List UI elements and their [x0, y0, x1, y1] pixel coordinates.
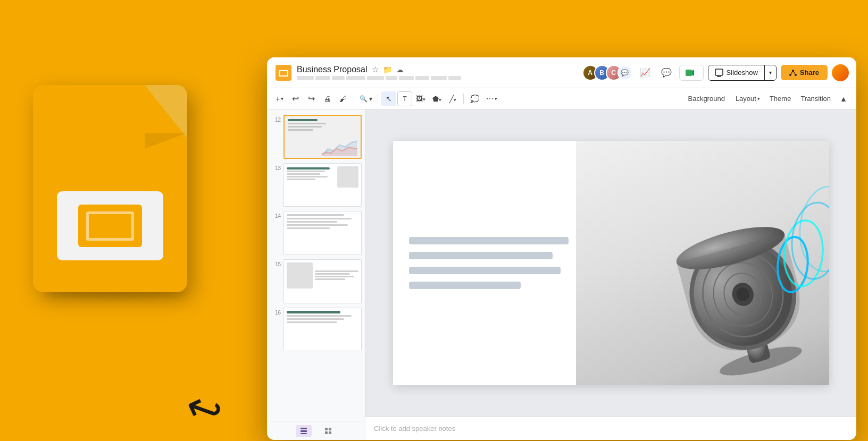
transition-button[interactable]: Transition — [796, 92, 835, 105]
slide-line-1 — [409, 237, 569, 244]
toolbar-separator-1 — [354, 94, 354, 104]
slide-thumbnail-14[interactable] — [283, 211, 362, 255]
comment-button[interactable]: 💬 — [658, 64, 675, 81]
slide-thumb-14[interactable]: 14 — [267, 209, 365, 257]
slide-number-16: 16 — [270, 308, 281, 316]
svg-rect-17 — [325, 428, 328, 430]
slideshow-dropdown-button[interactable]: ▾ — [764, 65, 776, 80]
slide-thumb-15[interactable]: 15 — [267, 257, 365, 306]
grid-view-tab[interactable] — [320, 425, 336, 437]
speaker-notes-bar[interactable]: Click to add speaker notes — [365, 417, 856, 440]
speaker-notes-text: Click to add speaker notes — [374, 425, 455, 432]
doc-title: Business Proposal — [297, 65, 368, 74]
layout-label: Layout — [736, 95, 756, 103]
collapse-toolbar-button[interactable]: ▲ — [836, 91, 851, 106]
svg-rect-14 — [301, 428, 307, 429]
slide-thumb-16[interactable]: 16 — [267, 306, 365, 354]
toolbar-separator-3 — [463, 94, 464, 104]
slides-panel-wrapper: 12 — [267, 109, 365, 440]
svg-line-10 — [790, 71, 793, 75]
background-button[interactable]: Background — [682, 92, 730, 105]
app-window: Business Proposal ☆ 📁 ☁ A — [267, 57, 856, 440]
avatars-group: A B C 💬 — [582, 65, 632, 81]
slides-logo — [274, 64, 293, 82]
image-tool[interactable]: 🖼▾ — [413, 91, 428, 106]
slide-canvas[interactable] — [393, 141, 829, 385]
svg-point-34 — [789, 201, 829, 281]
grid-view-icon — [324, 427, 332, 435]
profile-avatar[interactable] — [832, 64, 849, 81]
slide-thumb-12[interactable]: 12 — [267, 113, 365, 161]
list-view-tab[interactable] — [296, 425, 312, 437]
slide-thumbnail-12[interactable] — [283, 115, 362, 159]
title-bar: Business Proposal ☆ 📁 ☁ A — [267, 57, 856, 88]
title-actions: A B C 💬 📈 💬 — [582, 64, 849, 81]
add-button[interactable]: +▾ — [272, 91, 287, 106]
folder-icon[interactable]: 📁 — [383, 65, 392, 74]
undo-button[interactable]: ↩ — [288, 91, 303, 106]
share-button[interactable]: Share — [781, 65, 828, 80]
slide-image-area — [576, 141, 829, 385]
more-button[interactable]: ⋯▾ — [483, 91, 500, 106]
svg-rect-5 — [715, 69, 723, 75]
meet-icon — [685, 68, 695, 78]
slide-thumb-13[interactable]: 13 — [267, 161, 365, 209]
svg-rect-15 — [301, 430, 307, 432]
toolbar: +▾ ↩ ↪ 🖨 🖌 🔍▾ ↖ T 🖼▾ ⬟▾ ╱▾ 💭 ⋯▾ — [267, 88, 856, 109]
main-content: 12 — [267, 109, 856, 440]
trend-button[interactable]: 📈 — [637, 64, 654, 81]
line-tool[interactable]: ╱▾ — [445, 91, 460, 106]
redo-button[interactable]: ↪ — [304, 91, 319, 106]
slides-list: 12 — [267, 109, 365, 421]
slide-thumbnail-13[interactable] — [283, 163, 362, 207]
canvas-scroll-area — [365, 109, 856, 417]
svg-rect-3 — [686, 70, 692, 76]
slide-thumbnail-16[interactable] — [283, 308, 362, 352]
add-comment-button[interactable]: 💭 — [467, 91, 482, 106]
star-icon[interactable]: ☆ — [372, 65, 379, 74]
cloud-icon[interactable]: ☁ — [396, 65, 404, 74]
svg-rect-16 — [301, 433, 307, 434]
slide-number-13: 13 — [270, 163, 281, 171]
share-label: Share — [800, 69, 819, 77]
slide-line-4 — [409, 282, 521, 289]
speaker-illustration — [638, 167, 829, 385]
menu-bar — [297, 76, 578, 80]
share-icon — [789, 69, 797, 77]
slide-number-14: 14 — [270, 211, 281, 219]
slide-number-15: 15 — [270, 259, 281, 267]
zoom-value: ▾ — [369, 95, 372, 103]
slideshow-icon — [715, 69, 723, 77]
slide-number-12: 12 — [270, 115, 281, 123]
cursor-tool[interactable]: ↖ — [381, 91, 396, 106]
svg-marker-4 — [692, 70, 694, 76]
slide-line-2 — [409, 252, 553, 259]
svg-rect-19 — [325, 431, 328, 434]
shapes-tool[interactable]: ⬟▾ — [429, 91, 444, 106]
toolbar-separator-2 — [378, 94, 378, 104]
svg-point-35 — [796, 184, 829, 274]
svg-rect-2 — [280, 71, 287, 75]
slide-text-content — [393, 141, 585, 385]
paintformat-button[interactable]: 🖌 — [336, 91, 350, 106]
zoom-control[interactable]: 🔍▾ — [357, 95, 374, 103]
slideshow-main-button[interactable]: Slideshow — [708, 65, 764, 80]
theme-button[interactable]: Theme — [765, 92, 795, 105]
layout-button[interactable]: Layout▾ — [731, 92, 764, 105]
slides-view-tabs — [267, 421, 365, 440]
textbox-tool[interactable]: T — [397, 91, 412, 106]
svg-rect-6 — [717, 76, 721, 77]
canvas-area: Click to add speaker notes — [365, 109, 856, 440]
slideshow-label: Slideshow — [727, 69, 758, 77]
print-button[interactable]: 🖨 — [320, 91, 335, 106]
list-view-icon — [300, 427, 307, 435]
svg-rect-20 — [329, 431, 331, 434]
avatar-chat[interactable]: 💬 — [617, 65, 632, 80]
svg-line-11 — [793, 71, 796, 75]
slide-line-3 — [409, 267, 561, 274]
slide-thumbnail-15[interactable] — [283, 259, 362, 303]
slideshow-button-group: Slideshow ▾ — [708, 65, 777, 81]
app-icon-container — [33, 69, 198, 292]
meet-button[interactable] — [679, 65, 704, 81]
svg-rect-18 — [329, 428, 331, 430]
